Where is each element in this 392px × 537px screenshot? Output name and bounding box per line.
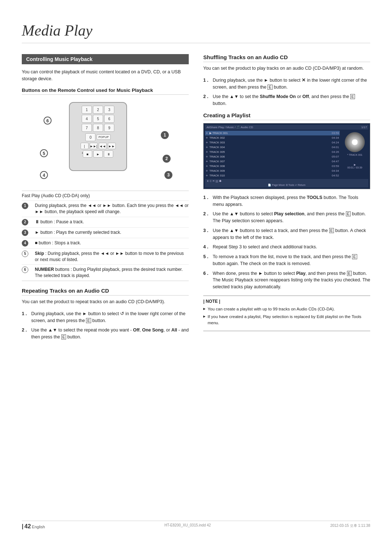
step-num-r1: 1 . [22, 310, 29, 324]
callout-6-instr: 6 [22, 267, 31, 273]
footer-left: | 42 English [22, 523, 45, 530]
callout-1: 1 [161, 131, 169, 139]
pstep-text-5: To remove a track from the list, move to… [213, 253, 370, 267]
instr-row-3: 3 ► button : Plays the currently selecte… [22, 228, 189, 238]
cd-track-list: + ▶ TRACK 001 03:59 + TRACK 002 04:34 + … [205, 131, 368, 178]
instr-text-2: ⏸ button : Pause a track. [35, 219, 189, 225]
track-name-10: TRACK 010 [209, 174, 330, 177]
track-time-1: 03:59 [332, 131, 339, 135]
note-title: | NOTE | [203, 299, 370, 304]
btn-9: 9 [104, 124, 114, 132]
pstep-text-3: Use the ▲▼ buttons to select a track, an… [213, 227, 370, 241]
playlist-steps: 1 . With the Playback screen displayed, … [203, 194, 370, 290]
step-num-s2: 2 . [203, 93, 211, 107]
callout-4-instr: 4 [22, 240, 31, 247]
stop-btn: ■ [83, 150, 92, 158]
cd-track-5: + TRACK 005 04:26 [205, 150, 340, 154]
cd-track-info: * TRACK 001 [347, 154, 363, 156]
instr-num-5: 5 [22, 251, 28, 257]
track-name-7: TRACK 007 [209, 160, 330, 163]
callout-2: 2 [163, 155, 171, 163]
cd-track-3: + TRACK 003 04:24 [205, 140, 340, 145]
repeat-title: Repeating Tracks on an Audio CD [22, 288, 189, 296]
instructions-table: Fast Play (Audio CD (CD-DA) only) 1 Duri… [22, 191, 189, 281]
repeat-step-1: 1 . During playback, use the ► button to… [22, 310, 189, 324]
instr-text-1: During playback, press the ◄◄ or ►► butt… [35, 203, 189, 215]
instr-row-6: 6 NUMBER buttons : During Playlist playb… [22, 265, 189, 281]
track-name-2: TRACK 002 [209, 136, 330, 139]
page: Media Play Controlling Music Playback Yo… [0, 0, 392, 537]
track-name-6: TRACK 006 [209, 155, 330, 158]
track-time-9: 04:34 [332, 169, 339, 172]
next-btn: ►►| [90, 143, 98, 149]
cd-image-area: * TRACK 001 ▶ 00:01 / 03:39 [341, 131, 368, 178]
shuffle-intro: You can set the product to play tracks o… [203, 65, 370, 72]
track-name-3: TRACK 003 [209, 141, 330, 144]
btn-1: 1 [82, 106, 92, 114]
step-num-r2: 2 . [22, 327, 29, 341]
two-column-layout: Controlling Music Playback You can contr… [22, 54, 370, 346]
note-item-1: You can create a playlist with up to 99 … [203, 306, 370, 312]
btn-6: 6 [104, 115, 114, 123]
remote-visual: 1 2 3 4 5 6 7 8 9 0 [69, 102, 127, 171]
cd-track-4: + TRACK 004 04:01 [205, 145, 340, 150]
cd-time-progress: 00:01 / 03:39 [347, 166, 362, 169]
pstep-text-4: Repeat Step 3 to select and check additi… [213, 244, 317, 251]
playlist-step-6: 6 . When done, press the ► button to sel… [203, 270, 370, 290]
fast-play-header: Fast Play (Audio CD (CD-DA) only) [22, 191, 189, 201]
cd-tracks: + ▶ TRACK 001 03:59 + TRACK 002 04:34 + … [205, 131, 340, 178]
cd-header: AllShare Play / Music / 🎵 Audio CD 1/17 [205, 125, 368, 130]
track-name-4: TRACK 004 [209, 146, 330, 149]
track-plus-7: + [206, 159, 208, 163]
cd-control-buttons: ⏸ C ✕ |||| ⬤ [207, 180, 221, 182]
track-plus-1: + [206, 131, 208, 135]
ff-btn: ►► [108, 143, 116, 149]
pstep-text-2: Use the ▲▼ buttons to select Play select… [213, 211, 370, 224]
callout-6: 6 [44, 117, 52, 125]
track-plus-6: + [206, 155, 208, 159]
step-text-s2: Use the ▲▼ to set the Shuffle Mode On or… [213, 93, 370, 107]
repeat-step-2: 2 . Use the ▲▼ to select the repeat mode… [22, 327, 189, 341]
pstep-num-4: 4 . [203, 244, 211, 251]
cd-header-right: 1/17 [361, 126, 367, 129]
footer-file: HT-E8200_XU_0315.indd 42 [164, 523, 211, 530]
intro-text: You can control the playback of music co… [22, 69, 189, 82]
left-column: Controlling Music Playback You can contr… [22, 54, 189, 346]
track-plus-3: + [206, 141, 208, 145]
pstep-text-6: When done, press the ► button to select … [213, 270, 370, 290]
callout-3-label: 3 [164, 171, 172, 179]
track-time-6: 05:07 [332, 155, 339, 158]
playlist-title: Creating a Playlist [203, 112, 370, 120]
cd-track-6: + TRACK 006 05:07 [205, 154, 340, 159]
cd-footer-text: 📄 Page Move ⚙ Tools ↩ Return [268, 184, 305, 186]
cd-footer: 📄 Page Move ⚙ Tools ↩ Return [205, 183, 368, 187]
cd-controls: ⏸ C ✕ |||| ⬤ [205, 179, 368, 183]
prev-btn: |◄◄ [81, 143, 89, 149]
callout-5-instr: 5 [22, 251, 31, 257]
cd-track-9: + TRACK 009 04:34 [205, 168, 340, 173]
callout-1-label: 1 [161, 131, 169, 139]
instr-num-4: 4 [22, 240, 28, 247]
track-plus-10: + [206, 174, 208, 178]
step-num-s1: 1 . [203, 77, 211, 91]
btn-5: 5 [93, 115, 103, 123]
btn-2: 2 [93, 106, 103, 114]
repeat-intro: You can set the product to repeat tracks… [22, 298, 189, 305]
track-plus-2: + [206, 136, 208, 140]
cd-disc-image [345, 132, 365, 152]
btn-8: 8 [93, 124, 103, 132]
callout-6-label: 6 [44, 117, 52, 125]
playlist-step-3: 3 . Use the ▲▼ buttons to select a track… [203, 227, 370, 241]
numpad: 1 2 3 4 5 6 7 8 9 [82, 106, 114, 132]
step-text-r1: During playback, use the ► button to sel… [31, 310, 189, 324]
instr-num-6: 6 [22, 267, 28, 273]
footer-date: 2012-03-15 오후 1:11:38 [330, 523, 370, 530]
step-text-r2: Use the ▲▼ to select the repeat mode you… [31, 327, 189, 341]
page-footer: | 42 English HT-E8200_XU_0315.indd 42 20… [22, 521, 370, 530]
page-num-value: 42 [24, 523, 31, 529]
track-time-10: 04:52 [332, 174, 339, 177]
instr-num-1: 1 [22, 203, 28, 209]
section-header: Controlling Music Playback [22, 54, 189, 64]
note-item-2: If you have created a playlist, Play sel… [203, 314, 370, 326]
track-plus-9: + [206, 169, 208, 173]
